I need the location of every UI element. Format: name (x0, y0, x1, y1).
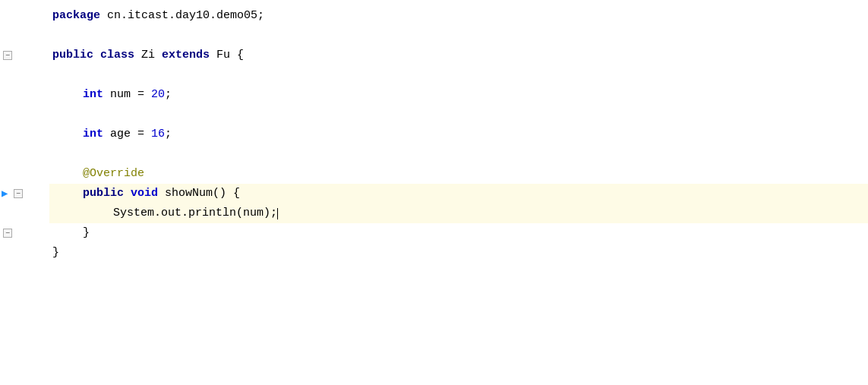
method-name: showNum() { (165, 184, 240, 204)
editor-gutter: − ▶ − − (0, 0, 42, 385)
gutter-icon-line-9 (2, 164, 23, 184)
code-line-9: @Override (49, 164, 868, 184)
package-name: cn.itcast.day10.demo05; (107, 6, 264, 26)
code-line-10: public void showNum() { (49, 184, 868, 204)
age-var-text: age = (103, 125, 151, 144)
code-line-2 (49, 26, 868, 46)
keyword-class: class (100, 46, 141, 65)
gutter-icon-line-3: − (2, 46, 23, 65)
gutter-icon-line-2 (2, 26, 23, 46)
code-line-11: System.out.println(num); (49, 204, 868, 223)
keyword-public-2: public (83, 184, 131, 204)
class-name: Zi (141, 46, 162, 65)
keyword-void: void (131, 184, 165, 204)
code-line-12: } (49, 223, 868, 243)
code-line-13: } (49, 243, 868, 263)
code-line-14 (49, 263, 868, 282)
gutter-icon-line-1 (2, 6, 23, 26)
gutter-icon-line-11 (2, 204, 23, 223)
num-value: 20 (151, 85, 165, 105)
code-editor[interactable]: package cn.itcast.day10.demo05; public c… (42, 0, 868, 385)
gutter-icon-line-8 (2, 144, 23, 164)
code-line-6 (49, 105, 868, 125)
code-line-4 (49, 65, 868, 85)
editor-container: − ▶ − − (0, 0, 868, 385)
num-semicolon: ; (165, 85, 172, 105)
parent-class: Fu { (216, 46, 244, 65)
code-line-5: int num = 20; (49, 85, 868, 105)
code-line-8 (49, 144, 868, 164)
keyword-int-1: int (83, 85, 103, 105)
age-value: 16 (151, 125, 165, 144)
override-annotation: @Override (83, 164, 144, 184)
age-semicolon: ; (165, 125, 172, 144)
gutter-icon-line-7 (2, 125, 23, 144)
fold-marker-method[interactable]: − (14, 189, 23, 198)
keyword-public: public (52, 46, 100, 65)
num-var-text: num = (103, 85, 151, 105)
gutter-icon-line-10: ▶ − (2, 184, 23, 204)
gutter-icon-line-12: − (2, 223, 23, 243)
keyword-package: package (52, 6, 107, 26)
code-line-7: int age = 16; (49, 125, 868, 144)
gutter-icon-line-4 (2, 65, 23, 85)
fold-end-marker[interactable]: − (3, 229, 12, 238)
code-line-15 (49, 282, 868, 302)
gutter-icon-line-6 (2, 105, 23, 125)
gutter-icon-line-5 (2, 85, 23, 105)
method-close-brace: } (83, 223, 90, 243)
keyword-extends: extends (162, 46, 216, 65)
text-cursor (277, 208, 278, 219)
println-call: System.out.println(num); (113, 204, 277, 223)
run-marker[interactable]: ▶ (2, 188, 12, 199)
fold-marker-class[interactable]: − (3, 51, 12, 60)
code-line-1: package cn.itcast.day10.demo05; (49, 6, 868, 26)
gutter-icon-line-13 (2, 243, 23, 263)
class-close-brace: } (52, 243, 59, 263)
code-line-3: public class Zi extends Fu { (49, 46, 868, 65)
keyword-int-2: int (83, 125, 103, 144)
